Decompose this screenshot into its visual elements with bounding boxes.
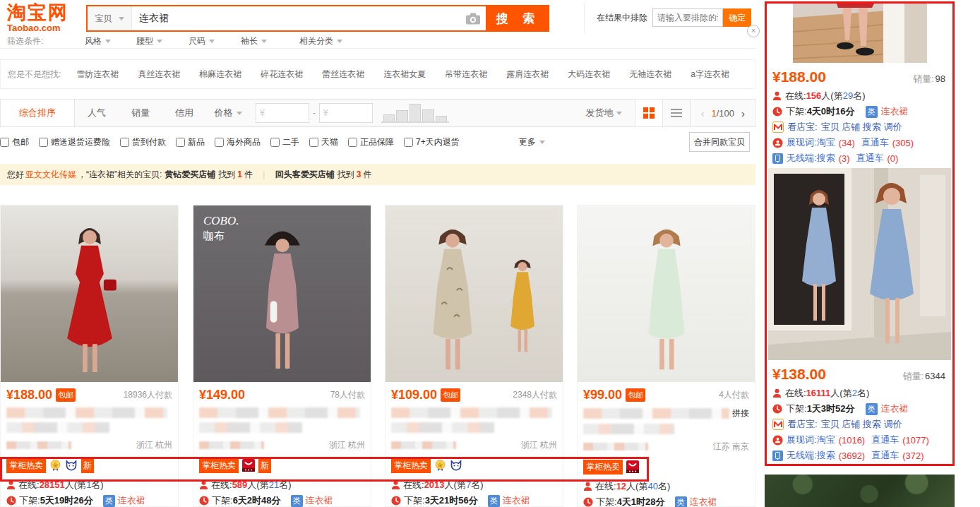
- suggestion-link[interactable]: 真丝连衣裙: [138, 68, 180, 80]
- checkbox-secondhand[interactable]: 二手: [270, 136, 299, 148]
- checkbox[interactable]: [176, 138, 185, 147]
- price: ¥188.00: [6, 388, 52, 402]
- sort-tab-composite[interactable]: 综合排序: [1, 100, 75, 126]
- exclude-input[interactable]: [652, 8, 723, 27]
- ship-from-dropdown[interactable]: 发货地: [585, 107, 622, 119]
- person-icon: [772, 91, 782, 101]
- category-link[interactable]: 连衣裙: [881, 402, 909, 415]
- suggestion-link[interactable]: 无袖连衣裙: [629, 68, 671, 80]
- filter-waist[interactable]: 腰型: [136, 35, 162, 47]
- suggestion-link[interactable]: 吊带连衣裙: [445, 68, 487, 80]
- taobao-search-page: 淘宝网 Taobao.com 宝贝 搜 索 在结果中排除 确定 × 筛选条件: …: [0, 0, 980, 507]
- chevron-down-icon: [539, 141, 545, 144]
- suggestion-link[interactable]: 大码连衣裙: [568, 68, 610, 80]
- checkbox-free-shipping[interactable]: 包邮: [0, 136, 29, 148]
- checkbox-new-item[interactable]: 新品: [176, 136, 205, 148]
- price-max-input[interactable]: [330, 107, 369, 119]
- product-card[interactable]: ¥188.00 包邮 18936人付款 浙江 杭州 掌柜热卖 金 新 在线:28…: [0, 205, 179, 507]
- product-title-blurred[interactable]: 拼接: [578, 402, 755, 440]
- grid-view-button[interactable]: [635, 100, 662, 126]
- checkbox-overseas[interactable]: 海外商品: [215, 136, 261, 148]
- checkbox[interactable]: [0, 138, 9, 147]
- blurred-title-line: [583, 408, 729, 419]
- sidebar-product-image[interactable]: [793, 4, 927, 63]
- svg-text:金: 金: [438, 461, 443, 467]
- filter-related-category[interactable]: 相关分类: [299, 35, 342, 47]
- suggestion-link[interactable]: 蕾丝连衣裙: [322, 68, 364, 80]
- sidebar-product-image[interactable]: [768, 168, 951, 360]
- clock-icon: [583, 497, 593, 507]
- more-filters-dropdown[interactable]: 更多: [519, 136, 545, 148]
- off-shelf-row: 下架:5天19时26分 类 连衣裙: [1, 491, 178, 507]
- category-link[interactable]: 连衣裙: [690, 496, 717, 507]
- suggestion-link[interactable]: a字连衣裙: [691, 68, 729, 80]
- checkbox-tmall[interactable]: 天猫: [309, 136, 338, 148]
- filter-style[interactable]: 风格: [85, 35, 111, 47]
- badge-row: 掌柜热卖 金 新: [1, 451, 178, 476]
- suggestion-link[interactable]: 露肩连衣裙: [506, 68, 549, 80]
- impression-row: 展现词:淘宝(1016) 直通车(1077): [767, 432, 952, 448]
- product-image[interactable]: [386, 205, 563, 382]
- mobile-phone-icon: [772, 451, 783, 461]
- product-image[interactable]: [578, 205, 755, 382]
- checkbox-return-insurance[interactable]: 赠送退货运费险: [39, 136, 110, 148]
- checkbox-7day-return[interactable]: 7+天内退货: [404, 136, 460, 148]
- taobao-logo[interactable]: 淘宝网 Taobao.com: [7, 4, 83, 33]
- price-histogram[interactable]: [381, 103, 449, 123]
- checkbox-authentic[interactable]: 正品保障: [348, 136, 394, 148]
- divider: [0, 48, 755, 49]
- category-link[interactable]: 连衣裙: [306, 494, 333, 507]
- search-button[interactable]: 搜 索: [486, 6, 548, 30]
- sort-tab-sales[interactable]: 销量: [119, 107, 162, 119]
- kandianbao-links[interactable]: 宝贝 店铺 搜索 调价: [821, 418, 902, 431]
- category-link[interactable]: 连衣裙: [503, 494, 530, 507]
- price-min-input[interactable]: [267, 107, 305, 119]
- sort-tab-popularity[interactable]: 人气: [75, 107, 119, 119]
- category-badge: 类: [291, 495, 303, 507]
- shop-name-link[interactable]: 亚文文化传媒: [25, 169, 76, 181]
- sort-tab-credit[interactable]: 信用: [162, 107, 206, 119]
- checkbox[interactable]: [215, 138, 224, 147]
- next-product-image-partial[interactable]: [765, 475, 955, 507]
- sidebar-panel: ¥188.00 销量:98 在线:156人(第29名) 下架:4天0时16分 类…: [765, 1, 955, 466]
- merge-same-items-button[interactable]: 合并同款宝贝: [689, 132, 750, 152]
- online-row: 在线:16111人(第2名): [767, 386, 952, 401]
- checkbox[interactable]: [120, 138, 129, 147]
- checkbox[interactable]: [39, 138, 48, 147]
- list-view-button[interactable]: [662, 100, 691, 126]
- checkbox[interactable]: [348, 138, 357, 147]
- checkbox[interactable]: [270, 138, 280, 147]
- close-icon[interactable]: ×: [747, 25, 760, 37]
- category-link[interactable]: 连衣裙: [118, 494, 145, 507]
- next-page-icon[interactable]: ›: [741, 107, 745, 119]
- floral-dress-photo-placeholder: [411, 228, 494, 378]
- filter-size[interactable]: 尺码: [189, 35, 215, 47]
- filter-sleeve[interactable]: 袖长: [241, 35, 267, 47]
- prev-page-icon[interactable]: ‹: [700, 107, 704, 119]
- product-card[interactable]: ¥99.00 包邮 4人付款 拼接 江苏 南京 掌柜热卖 在线:12人(第40名…: [577, 205, 755, 507]
- image-brand-text: COBO.: [203, 214, 239, 228]
- suggestion-link[interactable]: 碎花连衣裙: [261, 68, 303, 80]
- sort-tab-price[interactable]: 价格: [206, 107, 250, 119]
- category-link[interactable]: 连衣裙: [881, 105, 909, 118]
- product-title-blurred[interactable]: [193, 402, 371, 439]
- search-category-dropdown[interactable]: 宝贝: [88, 6, 132, 30]
- product-title-blurred[interactable]: [386, 402, 563, 439]
- product-card[interactable]: COBO. 咖布 ¥149.00 78人付款 浙江 杭州 掌柜热卖: [193, 205, 371, 507]
- suggestion-link[interactable]: 棉麻连衣裙: [199, 68, 241, 80]
- suggestion-link[interactable]: 雪纺连衣裙: [76, 68, 119, 80]
- suggestion-link[interactable]: 连衣裙女夏: [383, 68, 426, 80]
- product-card[interactable]: ¥109.00 包邮 2348人付款 浙江 杭州 掌柜热卖 金 在线:2013人…: [385, 205, 563, 507]
- off-shelf-row: 下架:6天2时48分 类 连衣裙: [193, 491, 371, 507]
- paid-count: 18936人付款: [124, 389, 172, 401]
- kandianbao-links[interactable]: 宝贝 店铺 搜索 调价: [821, 121, 902, 133]
- exclude-confirm-button[interactable]: 确定: [723, 8, 751, 27]
- checkbox[interactable]: [309, 138, 318, 147]
- product-title-blurred[interactable]: [1, 402, 178, 439]
- product-image[interactable]: [1, 205, 178, 382]
- checkbox-cod[interactable]: 货到付款: [120, 136, 166, 148]
- search-input[interactable]: [132, 6, 460, 30]
- checkbox[interactable]: [404, 138, 413, 147]
- camera-icon[interactable]: [460, 6, 486, 30]
- product-image[interactable]: COBO. 咖布: [193, 205, 371, 382]
